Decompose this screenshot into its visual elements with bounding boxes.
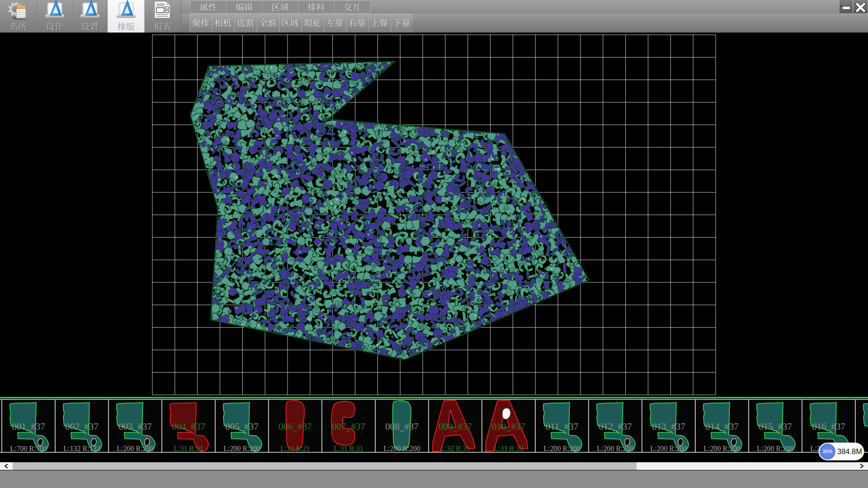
svg-text:L:21 R:21: L:21 R:21	[280, 445, 310, 452]
svg-text:002_#37: 002_#37	[65, 421, 99, 432]
svg-text:014_#37: 014_#37	[705, 421, 739, 432]
svg-text:L:200 R:200: L:200 R:200	[117, 445, 153, 452]
svg-text:L:700 R:700: L:700 R:700	[10, 445, 47, 452]
svg-text:004_#37: 004_#37	[172, 421, 205, 432]
svg-text:L:200 R:200: L:200 R:200	[383, 445, 420, 452]
svg-text:L:200 R:200: L:200 R:200	[597, 445, 633, 452]
svg-text:010_#37: 010_#37	[492, 421, 525, 432]
svg-text:L:200 R:200: L:200 R:200	[703, 445, 740, 452]
svg-text:001_#37: 001_#37	[12, 421, 45, 432]
svg-text:009_#37: 009_#37	[439, 421, 472, 432]
svg-text:384.8M: 384.8M	[837, 447, 862, 455]
svg-text:L:31 R:31: L:31 R:31	[174, 445, 203, 452]
svg-text:008_#37: 008_#37	[385, 421, 419, 432]
svg-text:007_#37: 007_#37	[332, 421, 365, 432]
svg-text:38%: 38%	[822, 449, 832, 454]
svg-text:L:32 R:31: L:32 R:31	[440, 445, 470, 452]
svg-text:L:33 R:33: L:33 R:33	[494, 445, 523, 452]
svg-text:012_#37: 012_#37	[599, 421, 632, 432]
svg-text:013_#37: 013_#37	[652, 421, 685, 432]
svg-text:005_#37: 005_#37	[225, 421, 259, 432]
svg-text:016_#37: 016_#37	[812, 421, 845, 432]
svg-text:L:200 R:200: L:200 R:200	[543, 445, 580, 452]
svg-text:L:200 R:200: L:200 R:200	[223, 445, 260, 452]
svg-text:011_#37: 011_#37	[546, 421, 579, 432]
svg-text:006_#37: 006_#37	[278, 421, 312, 432]
svg-text:L:200 R:200: L:200 R:200	[650, 445, 687, 452]
svg-text:015_#37: 015_#37	[759, 421, 792, 432]
svg-text:003_#37: 003_#37	[118, 421, 152, 432]
svg-text:L:200 R:200: L:200 R:200	[757, 445, 793, 452]
svg-text:L:31 R:31: L:31 R:31	[334, 445, 363, 452]
svg-text:L:132 R:132: L:132 R:132	[63, 445, 100, 452]
